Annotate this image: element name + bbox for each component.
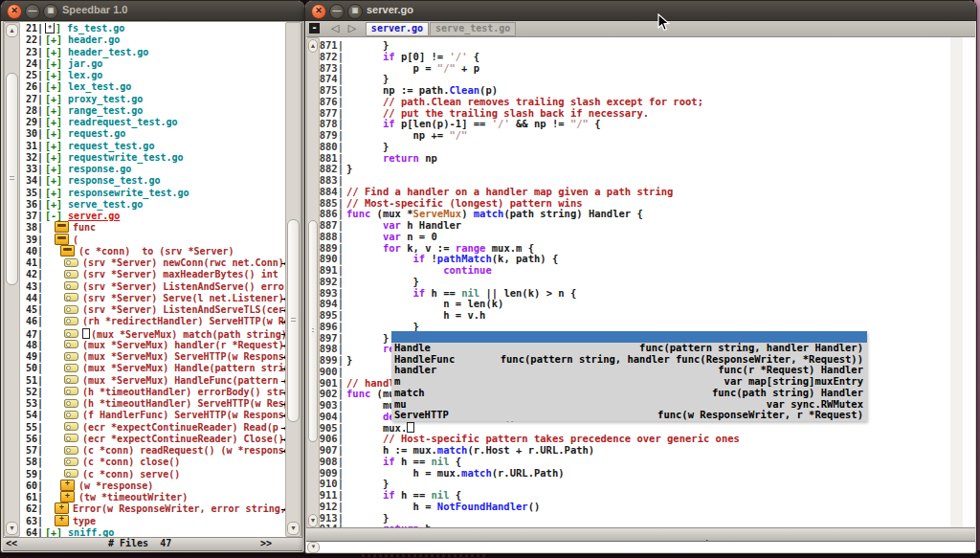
autocomplete-item[interactable]: Handlefunc(pattern string, handler Handl… xyxy=(391,343,867,354)
file-name[interactable]: request.go xyxy=(68,128,125,139)
tag-label[interactable]: (h *timeoutHandler) ServeHTTP(w Respo xyxy=(82,398,285,409)
expand-icon[interactable]: [+] xyxy=(45,188,68,198)
code-line[interactable]: 905| mux. xyxy=(319,422,950,434)
code-line[interactable]: 878| if p[len(p)-1] == '/' && np != "/" … xyxy=(319,118,950,129)
code-line[interactable]: 907| h := mux.match(r.Host + r.URL.Path) xyxy=(319,444,950,456)
expand-icon[interactable]: [+] xyxy=(45,199,68,210)
speedbar-row[interactable]: 45|(srv *Server) ListenAndServeTLS(certF… xyxy=(20,304,285,316)
file-page-icon[interactable]: + xyxy=(45,23,55,33)
code-line[interactable]: 910| } xyxy=(319,478,950,489)
code-line[interactable]: 887| var h Handler xyxy=(319,219,950,231)
minibuffer-scroll-icon[interactable]: ▼ xyxy=(307,542,320,553)
minimize-icon[interactable]: — xyxy=(329,4,345,19)
code-line[interactable]: 895| h = v.h xyxy=(319,309,950,321)
tag-label[interactable]: (rh *redirectHandler) ServeHTTP(w Res xyxy=(82,316,285,326)
tag-label[interactable]: (c *conn) close() xyxy=(82,457,180,467)
expand-icon[interactable]: [+] xyxy=(45,175,68,186)
speedbar-row[interactable]: 54|(f HandlerFunc) ServeHTTP(w ResponseW… xyxy=(20,410,285,421)
file-name[interactable]: response_test.go xyxy=(68,175,160,186)
speedbar-row[interactable]: 28|[+] range_test.go xyxy=(20,105,285,117)
tag-icon[interactable] xyxy=(64,375,78,384)
expand-icon[interactable]: [+] xyxy=(45,128,68,139)
folder-closed-icon[interactable] xyxy=(55,502,69,514)
file-name[interactable]: proxy_test.go xyxy=(68,94,143,104)
code-line[interactable]: 912| h = NotFoundHandler() xyxy=(319,501,950,512)
speedbar-prev-button[interactable]: << xyxy=(6,538,17,548)
code-line[interactable]: 879| np += "/" xyxy=(319,129,950,141)
file-name[interactable]: jar.go xyxy=(68,58,102,69)
file-name[interactable]: response.go xyxy=(68,164,131,174)
expand-icon[interactable]: [+] xyxy=(45,47,68,57)
code-line[interactable]: 889| for k, v := range mux.m { xyxy=(319,242,950,254)
tag-icon[interactable] xyxy=(64,399,78,408)
speedbar-next-button[interactable]: >> xyxy=(260,538,272,548)
scrollbar-thumb[interactable] xyxy=(308,220,318,442)
code-line[interactable]: 888| var n = 0 xyxy=(319,231,950,242)
file-name[interactable]: range_test.go xyxy=(68,105,143,116)
file-name[interactable]: request_test.go xyxy=(68,141,154,151)
minimize-icon[interactable]: — xyxy=(25,4,40,19)
tag-icon[interactable] xyxy=(64,387,78,395)
expand-icon[interactable]: [+] xyxy=(45,164,68,174)
file-name[interactable]: serve_test.go xyxy=(68,199,143,210)
code-line[interactable]: 877| // put the trailing slash back if n… xyxy=(319,107,950,119)
speedbar-row[interactable]: 48|(mux *ServeMux) handler(r *Request) H… xyxy=(20,340,285,351)
code-line[interactable]: 876| // path.Clean removes trailing slas… xyxy=(319,96,950,107)
speedbar-row[interactable]: 52|(h *timeoutHandler) errorBody() strin… xyxy=(20,387,285,398)
code-lines[interactable]: 871| }872| if p[0] != '/' {873| p = "/" … xyxy=(319,37,950,529)
editor-scrollbar[interactable]: ▲ ▼ xyxy=(306,37,320,529)
tag-label[interactable]: (c *conn) readRequest() (w *response, xyxy=(82,445,285,456)
speedbar-row[interactable]: 49|(mux *ServeMux) ServeHTTP(w ResponseW… xyxy=(20,351,285,363)
speedbar-row[interactable]: 26|[+] lex_test.go xyxy=(20,81,285,93)
tag-icon[interactable] xyxy=(64,258,78,267)
tag-label[interactable]: (mux *ServeMux) HandleFunc(pattern st xyxy=(82,375,285,386)
tab-forward-icon[interactable]: ▷ xyxy=(348,22,356,34)
speedbar-row[interactable]: 51|(mux *ServeMux) HandleFunc(pattern st… xyxy=(20,375,285,387)
expand-icon[interactable]: [+] xyxy=(45,34,68,45)
folder-open-icon[interactable] xyxy=(55,221,69,233)
tag-icon[interactable] xyxy=(64,434,78,442)
speedbar-row[interactable]: 46|(rh *redirectHandler) ServeHTTP(w Res… xyxy=(20,316,285,327)
scrollbar-thumb[interactable] xyxy=(287,219,300,422)
tab-back-icon[interactable]: ◁ xyxy=(331,22,339,34)
speedbar-row[interactable]: 30|[+] request.go xyxy=(20,128,285,140)
speedbar-row[interactable]: 36|[+] serve_test.go xyxy=(20,199,285,211)
tag-label[interactable]: (tw *timeoutWriter) xyxy=(78,492,188,502)
speedbar-row[interactable]: 44|(srv *Server) Serve(l net.Listener) e… xyxy=(20,293,285,304)
speedbar-row[interactable]: 33|[+] response.go xyxy=(20,164,285,175)
speedbar-row[interactable]: 53|(h *timeoutHandler) ServeHTTP(w Respo… xyxy=(20,398,285,410)
tab-server-go[interactable]: server.go xyxy=(366,22,429,36)
code-line[interactable]: 892| } xyxy=(319,276,950,287)
tag-label[interactable]: type xyxy=(73,516,96,526)
folder-closed-icon[interactable] xyxy=(55,515,69,526)
code-line[interactable]: 908| if h == nil { xyxy=(319,456,950,467)
speedbar-row[interactable]: 34|[+] response_test.go xyxy=(20,175,285,187)
speedbar-row[interactable]: 21|+] fs_test.go xyxy=(20,23,285,34)
speedbar-row[interactable]: 38|func xyxy=(20,222,285,234)
collapse-icon[interactable]: [-] xyxy=(45,211,68,221)
expand-icon[interactable]: [+] xyxy=(45,141,68,151)
folder-closed-icon[interactable] xyxy=(60,480,75,491)
speedbar-row[interactable]: 35|[+] responsewrite_test.go xyxy=(20,188,285,199)
speedbar-row[interactable]: 63|type xyxy=(20,516,285,527)
tab-serve_test-go[interactable]: serve_test.go xyxy=(430,22,516,36)
tag-label[interactable]: (mux *ServeMux) handler(r *Request) H xyxy=(82,340,285,350)
code-line[interactable]: 883| xyxy=(319,174,950,186)
expand-icon[interactable]: [+] xyxy=(45,527,68,537)
tag-label[interactable]: (ecr *expectContinueReader) Read(p [] xyxy=(82,422,285,433)
speedbar-titlebar[interactable]: ✕ — ▣ Speedbar 1.0 xyxy=(1,1,304,21)
code-line[interactable]: 909| h = mux.match(r.URL.Path) xyxy=(319,467,950,479)
code-line[interactable]: 881| return np xyxy=(319,152,950,164)
file-name[interactable]: server.go xyxy=(68,211,120,221)
speedbar-row[interactable]: 25|[+] lex.go xyxy=(20,70,285,81)
code-line[interactable]: 893| if h == nil || len(k) > n { xyxy=(319,287,950,299)
expand-icon[interactable]: ] xyxy=(56,23,67,33)
scroll-down-icon[interactable]: ▼ xyxy=(308,514,318,527)
editor-content[interactable]: ▲ ▼ 871| }872| if p[0] != '/' {873| p = … xyxy=(306,37,975,529)
autocomplete-item[interactable]: matchfunc(path string) Handler xyxy=(391,388,867,399)
speedbar-row[interactable]: 40|(c *conn) to (srv *Server) xyxy=(20,246,285,257)
tag-label[interactable]: (srv *Server) newConn(rwc net.Conn) ( xyxy=(82,257,285,268)
tag-label[interactable]: (mux *ServeMux) Handle(pattern string xyxy=(82,363,285,373)
tag-label[interactable]: (srv *Server) ListenAndServeTLS(certF xyxy=(82,304,285,315)
code-line[interactable]: 874| } xyxy=(319,73,950,84)
